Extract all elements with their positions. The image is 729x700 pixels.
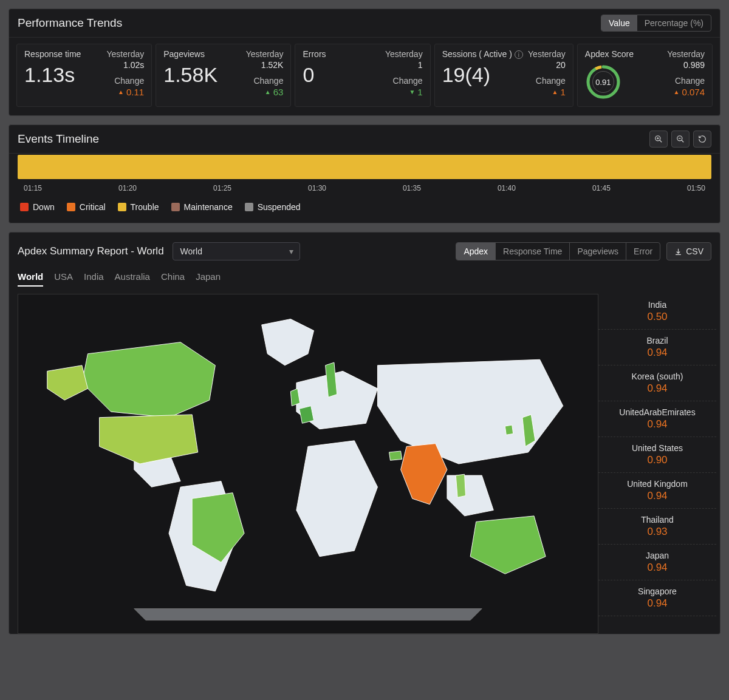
timeline-tick: 01:25 (213, 184, 231, 192)
country-item[interactable]: Singapore0.94 (598, 580, 716, 616)
country-value: 0.94 (602, 418, 713, 430)
info-icon[interactable]: i (515, 50, 523, 59)
country-value: 0.94 (602, 562, 713, 574)
country-value: 0.94 (602, 382, 713, 395)
tab-world[interactable]: World (18, 268, 43, 287)
apdex-score-value: 0.91 (592, 71, 614, 93)
zoom-out-button[interactable] (671, 131, 690, 148)
timeline-tick: 01:50 (687, 184, 705, 192)
tab-china[interactable]: China (161, 268, 185, 287)
country-item[interactable]: Thailand0.93 (598, 509, 716, 545)
yesterday-value: 1.02s (123, 60, 144, 70)
report-header: Apdex Summary Report - World World Apdex… (9, 233, 720, 265)
trend-arrow-icon: ▲ (674, 89, 680, 95)
legend-label: Suspended (258, 202, 301, 212)
country-item[interactable]: United Kingdom0.94 (598, 473, 716, 509)
metrics-row: Response time 1.13s Yesterday 1.02s Chan… (9, 38, 720, 115)
country-value: 0.50 (602, 311, 713, 323)
country-item[interactable]: Japan0.94 (598, 545, 716, 580)
zoom-in-button[interactable] (649, 131, 668, 148)
timeline-title: Events Timeline (18, 132, 99, 146)
yesterday-label: Yesterday (385, 49, 423, 59)
metric-title: Sessions ( Active )i (442, 49, 523, 59)
country-name: United Kingdom (602, 479, 713, 489)
toggle-percentage[interactable]: Percentage (%) (637, 15, 711, 31)
metric-card: Response time 1.13s Yesterday 1.02s Chan… (16, 44, 152, 107)
timeline-axis: 01:1501:2001:2501:3001:3501:4001:4501:50 (18, 179, 711, 196)
segment-pageviews[interactable]: Pageviews (570, 243, 626, 260)
timeline-controls (649, 131, 711, 148)
country-value: 0.94 (602, 347, 713, 359)
tab-usa[interactable]: USA (54, 268, 73, 287)
country-item[interactable]: UnitedArabEmirates0.94 (598, 401, 716, 437)
performance-trends-card: Performance Trends Value Percentage (%) … (9, 8, 720, 116)
legend-label: Maintenance (184, 202, 233, 212)
tab-japan[interactable]: Japan (196, 268, 221, 287)
region-select[interactable]: World (173, 242, 300, 260)
zoom-out-icon (676, 135, 685, 143)
change-label: Change (114, 76, 144, 86)
metric-title: Errors (303, 49, 326, 59)
change-value: ▲0.074 (674, 87, 705, 97)
country-value: 0.94 (602, 597, 713, 610)
country-item[interactable]: United States0.90 (598, 437, 716, 473)
reset-icon (698, 135, 707, 143)
yesterday-label: Yesterday (667, 49, 705, 59)
metric-card: Sessions ( Active )i 19(4) Yesterday 20 … (434, 44, 573, 107)
legend-label: Down (33, 202, 55, 212)
tab-australia[interactable]: Australia (115, 268, 150, 287)
metric-value: 19(4) (442, 63, 523, 87)
change-value: ▲1 (552, 87, 566, 97)
metric-card: Errors 0 Yesterday 1 Change ▼1 (295, 44, 430, 107)
yesterday-value: 1.52K (261, 60, 284, 70)
country-name: Singapore (602, 586, 713, 596)
metric-segment-group: ApdexResponse TimePageviewsError (456, 242, 660, 260)
segment-apdex[interactable]: Apdex (456, 243, 496, 260)
events-timeline-card: Events Timeline 01:1501:2001:2501:3001:3… (9, 124, 720, 223)
change-label: Change (675, 76, 705, 86)
reset-zoom-button[interactable] (693, 131, 711, 148)
export-csv-button[interactable]: CSV (666, 242, 711, 260)
metric-card: Pageviews 1.58K Yesterday 1.52K Change ▲… (156, 44, 291, 107)
country-name: Korea (south) (602, 372, 713, 381)
legend-item: Maintenance (171, 202, 233, 212)
report-tabs: WorldUSAIndiaAustraliaChinaJapan (9, 265, 720, 287)
apdex-ring: 0.91 (585, 64, 621, 100)
segment-response-time[interactable]: Response Time (496, 243, 570, 260)
yesterday-value: 1 (418, 60, 423, 70)
timeline-body: 01:1501:2001:2501:3001:3501:4001:4501:50… (9, 155, 720, 223)
change-value: ▲63 (265, 87, 284, 97)
legend-label: Critical (80, 202, 106, 212)
report-title: Apdex Summary Report - World (18, 245, 164, 257)
timeline-tick: 01:35 (403, 184, 421, 192)
perf-title: Performance Trends (18, 16, 122, 30)
toggle-value[interactable]: Value (601, 15, 637, 31)
country-item[interactable]: India0.50 (598, 294, 716, 330)
metric-title: Pageviews (163, 49, 217, 59)
country-name: Brazil (602, 336, 713, 345)
country-value: 0.93 (602, 526, 713, 538)
segment-error[interactable]: Error (626, 243, 660, 260)
download-icon (674, 248, 682, 256)
legend-item: Trouble (118, 202, 159, 212)
country-item[interactable]: Korea (south)0.94 (598, 365, 716, 401)
trend-arrow-icon: ▲ (118, 89, 124, 95)
timeline-bar[interactable] (18, 155, 711, 179)
timeline-tick: 01:30 (308, 184, 326, 192)
zoom-in-icon (654, 135, 663, 143)
change-label: Change (536, 76, 566, 86)
trend-arrow-icon: ▲ (265, 89, 271, 95)
metric-value: 0 (303, 63, 326, 87)
world-map[interactable] (18, 294, 598, 634)
timeline-tick: 01:15 (24, 184, 42, 192)
yesterday-label: Yesterday (246, 49, 284, 59)
timeline-tick: 01:45 (592, 184, 611, 192)
country-list[interactable]: India0.50Brazil0.94Korea (south)0.94Unit… (598, 294, 720, 634)
country-item[interactable]: Brazil0.94 (598, 330, 716, 365)
yesterday-value: 20 (556, 60, 566, 70)
perf-toggle-group: Value Percentage (%) (601, 15, 711, 32)
tab-india[interactable]: India (84, 268, 104, 287)
yesterday-value: 0.989 (683, 60, 705, 70)
change-label: Change (393, 76, 423, 86)
country-name: Thailand (602, 515, 713, 525)
